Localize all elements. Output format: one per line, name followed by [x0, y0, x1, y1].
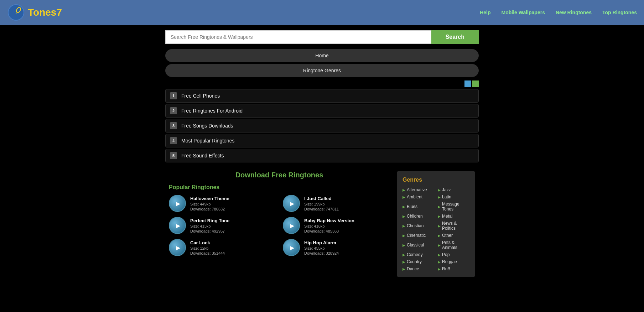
genre-arrow: ▶	[402, 195, 405, 199]
genre-pop[interactable]: ▶Pop	[438, 252, 469, 257]
ringtone-size-0: Size: 449kb	[190, 202, 276, 206]
slide-next-button[interactable]	[472, 80, 479, 87]
genre-label: Comedy	[407, 252, 423, 257]
list-num-1: 1	[170, 92, 177, 99]
genre-arrow: ▶	[438, 243, 441, 247]
ringtone-name-0: Halloween Theme	[190, 196, 276, 201]
nav-top-ringtones[interactable]: Top Ringtones	[602, 10, 637, 15]
genre-dance[interactable]: ▶Dance	[402, 266, 434, 271]
ringtone-downloads-0: Downloads: 786632	[190, 207, 276, 211]
ringtones-grid: Halloween Theme Size: 449kb Downloads: 7…	[169, 195, 390, 256]
main-content: Download Free Ringtones Popular Ringtone…	[0, 164, 644, 284]
genre-label: Alternative	[407, 187, 427, 192]
slideshow-controls	[165, 80, 479, 87]
ringtone-info-0: Halloween Theme Size: 449kb Downloads: 7…	[190, 196, 276, 211]
slide-prev-button[interactable]	[464, 80, 471, 87]
genre-arrow: ▶	[438, 260, 441, 264]
ringtone-info-5: Hip Hop Alarm Size: 455kb Downloads: 328…	[304, 240, 390, 255]
play-button-1[interactable]	[283, 195, 300, 212]
genre-other[interactable]: ▶Other	[438, 233, 469, 238]
list-label-4: Most Popular Ringtones	[181, 138, 234, 144]
nav-mobile-wallpapers[interactable]: Mobile Wallpapers	[502, 10, 545, 15]
search-button[interactable]: Search	[431, 30, 479, 44]
ringtone-item: I Just Called Size: 199kb Downloads: 747…	[283, 195, 390, 212]
genre-label: Other	[442, 233, 453, 238]
ringtone-size-1: Size: 199kb	[304, 202, 390, 206]
genre-label: Blues	[407, 204, 417, 209]
list-num-5: 5	[170, 152, 177, 159]
play-button-0[interactable]	[169, 195, 186, 212]
genres-box: Genres ▶Alternative ▶Jazz ▶Ambient ▶Lati…	[397, 171, 475, 277]
genre-metal[interactable]: ▶Metal	[438, 214, 469, 219]
genre-children[interactable]: ▶Children	[402, 214, 434, 219]
genre-country[interactable]: ▶Country	[402, 259, 434, 264]
ringtone-name-1: I Just Called	[304, 196, 390, 201]
ringtone-info-2: Perfect Ring Tone Size: 413kb Downloads:…	[190, 218, 276, 233]
ringtone-downloads-3: Downloads: 485368	[304, 229, 390, 233]
genre-arrow: ▶	[402, 214, 405, 218]
list-item[interactable]: 4 Most Popular Ringtones	[165, 134, 479, 147]
nav-help[interactable]: Help	[480, 10, 490, 15]
list-label-5: Free Sound Effects	[181, 153, 224, 158]
list-item[interactable]: 1 Free Cell Phones	[165, 89, 479, 103]
ringtone-name-3: Baby Rap New Version	[304, 218, 390, 223]
ringtone-downloads-2: Downloads: 492957	[190, 229, 276, 233]
list-item[interactable]: 5 Free Sound Effects	[165, 149, 479, 162]
genre-label: Reggae	[442, 259, 457, 264]
genre-arrow: ▶	[438, 253, 441, 257]
search-input[interactable]	[165, 30, 431, 44]
play-button-3[interactable]	[283, 217, 300, 234]
genre-ambient[interactable]: ▶Ambient	[402, 194, 434, 199]
genre-label: RnB	[442, 266, 450, 271]
ringtone-item: Baby Rap New Version Size: 416kb Downloa…	[283, 217, 390, 234]
genre-arrow: ▶	[402, 188, 405, 192]
genre-rnb[interactable]: ▶RnB	[438, 266, 469, 271]
ringtone-item: Hip Hop Alarm Size: 455kb Downloads: 328…	[283, 239, 390, 256]
header: ♪ Tones7 Help Mobile Wallpapers New Ring…	[0, 0, 644, 25]
genre-alternative[interactable]: ▶Alternative	[402, 187, 434, 192]
genre-cinematic[interactable]: ▶Cinematic	[402, 233, 434, 238]
genre-blues[interactable]: ▶Blues	[402, 202, 434, 212]
nav-ringtone-genres[interactable]: Ringtone Genres	[165, 64, 479, 77]
play-button-4[interactable]	[169, 239, 186, 256]
logo: ♪ Tones7	[7, 4, 62, 21]
ringtones-row: Perfect Ring Tone Size: 413kb Downloads:…	[169, 217, 390, 234]
list-item[interactable]: 3 Free Songs Downloads	[165, 119, 479, 132]
ringtone-size-2: Size: 413kb	[190, 224, 276, 228]
nav-new-ringtones[interactable]: New Ringtones	[556, 10, 592, 15]
play-button-5[interactable]	[283, 239, 300, 256]
ringtone-info-4: Car Lock Size: 12kb Downloads: 351444	[190, 240, 276, 255]
list-num-3: 3	[170, 122, 177, 129]
sidebar: Genres ▶Alternative ▶Jazz ▶Ambient ▶Lati…	[397, 171, 475, 277]
genre-arrow: ▶	[438, 224, 441, 228]
genre-reggae[interactable]: ▶Reggae	[438, 259, 469, 264]
nav-home[interactable]: Home	[165, 49, 479, 62]
play-button-2[interactable]	[169, 217, 186, 234]
genre-arrow: ▶	[402, 234, 405, 238]
genre-jazz[interactable]: ▶Jazz	[438, 187, 469, 192]
genre-comedy[interactable]: ▶Comedy	[402, 252, 434, 257]
genre-arrow: ▶	[402, 253, 405, 257]
genre-classical[interactable]: ▶Classical	[402, 240, 434, 250]
genre-pets-animals[interactable]: ▶Pets & Animals	[438, 240, 469, 250]
genre-latin[interactable]: ▶Latin	[438, 194, 469, 199]
genre-arrow: ▶	[438, 214, 441, 218]
list-items: 1 Free Cell Phones 2 Free Ringtones For …	[165, 89, 479, 162]
content-left: Download Free Ringtones Popular Ringtone…	[169, 171, 390, 256]
genre-arrow: ▶	[438, 234, 441, 238]
logo-text: Tones7	[28, 7, 62, 18]
list-label-3: Free Songs Downloads	[181, 123, 233, 129]
ringtone-name-5: Hip Hop Alarm	[304, 240, 390, 245]
list-num-4: 4	[170, 137, 177, 144]
ringtone-size-3: Size: 416kb	[304, 224, 390, 228]
list-item[interactable]: 2 Free Ringtones For Android	[165, 104, 479, 118]
genre-label: Pop	[442, 252, 450, 257]
genre-arrow: ▶	[438, 267, 441, 271]
genre-label: Dance	[407, 266, 419, 271]
list-label-1: Free Cell Phones	[181, 93, 220, 99]
nav-menu: Home Ringtone Genres	[0, 49, 644, 77]
genre-news-politics[interactable]: ▶News & Politics	[438, 221, 469, 231]
genre-message-tones[interactable]: ▶Message Tones	[438, 202, 469, 212]
genre-christian[interactable]: ▶Christian	[402, 221, 434, 231]
genre-label: Children	[407, 214, 423, 219]
